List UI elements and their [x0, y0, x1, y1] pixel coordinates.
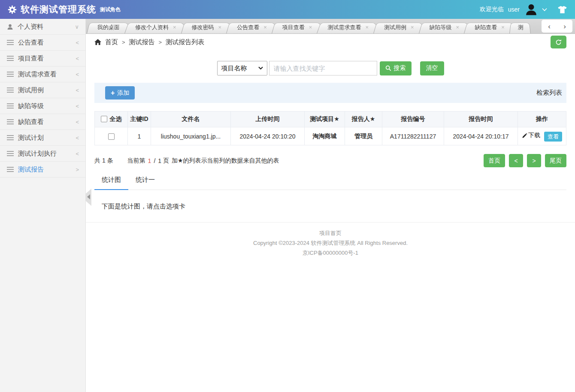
sidebar-item-label: 公告查看 [18, 39, 44, 47]
tab-defect-levels[interactable]: 缺陷等级 × [419, 21, 470, 33]
footer-home-link[interactable]: 项目首页 [86, 228, 575, 238]
row-project: 淘淘商城 [305, 127, 345, 145]
col-header-reporter: 报告人★ [345, 112, 382, 127]
chevron-collapsed-icon: < [76, 55, 79, 62]
breadcrumb: 首页 > 测试报告 > 测试报告列表 [86, 34, 575, 50]
search-category-select[interactable]: 项目名称 [217, 61, 267, 75]
row-actions: 下载 查看 [518, 127, 566, 145]
sidebar-item-test-requirements[interactable]: 测试需求查看 < [0, 66, 85, 82]
tab-projects[interactable]: 项目查看 × [272, 21, 323, 33]
close-icon[interactable]: × [456, 24, 460, 30]
close-icon[interactable]: × [263, 24, 267, 30]
first-page-button[interactable]: 首页 [484, 154, 505, 167]
search-button[interactable]: 搜索 [380, 61, 412, 75]
tab-announcements[interactable]: 公告查看 × [226, 21, 278, 33]
menu-icon [7, 72, 14, 77]
menu-icon [7, 40, 14, 45]
chevron-collapsed-icon: < [76, 119, 79, 125]
row-report-no: A1711282211127 [382, 127, 444, 145]
sidebar-item-defect-view[interactable]: 缺陷查看 < [0, 114, 85, 130]
sidebar-item-projects[interactable]: 项目查看 < [0, 51, 85, 66]
close-icon[interactable]: × [501, 24, 505, 30]
row-checkbox[interactable] [108, 133, 115, 140]
sidebar-item-defect-levels[interactable]: 缺陷等级 < [0, 98, 85, 114]
close-icon[interactable]: × [411, 24, 414, 30]
clear-button[interactable]: 清空 [420, 61, 444, 75]
add-button[interactable]: + 添加 [105, 86, 135, 100]
tab-test-requirements[interactable]: 测试需求查看 × [317, 21, 379, 33]
col-header-upload-time: 上传时间 [231, 112, 305, 127]
sidebar-item-label: 测试计划执行 [18, 150, 57, 158]
stats-tabs: 统计图 统计一 [94, 171, 566, 190]
pagination-buttons: 首页 < > 尾页 [484, 154, 566, 167]
select-all-checkbox[interactable] [101, 116, 107, 122]
download-link[interactable]: 下载 [522, 132, 540, 139]
tab-test-cases[interactable]: 测试用例 × [373, 21, 425, 33]
sidebar-item-test-cases[interactable]: 测试用例 < [0, 82, 85, 98]
tab-scroll-right-icon[interactable]: › [563, 23, 566, 30]
tab-scroll-left-icon[interactable]: ‹ [548, 23, 551, 30]
search-icon [385, 65, 391, 71]
tab-stats-one[interactable]: 统计一 [128, 171, 162, 190]
chevron-expanded-icon: > [76, 166, 79, 173]
sidebar-item-label: 个人资料 [18, 23, 43, 31]
sidebar-item-test-plan-execution[interactable]: 测试计划执行 < [0, 146, 85, 162]
breadcrumb-home[interactable]: 首页 [105, 38, 118, 46]
search-input[interactable] [269, 61, 377, 75]
search-button-label: 搜索 [394, 64, 406, 72]
sidebar-item-test-reports[interactable]: 测试报告 > [0, 162, 85, 178]
tab-label: 项目查看 [282, 24, 305, 31]
clear-button-label: 清空 [426, 64, 438, 72]
view-button[interactable]: 查看 [544, 132, 562, 142]
chevron-down-icon[interactable] [542, 8, 547, 12]
current-page-number: 1 [148, 157, 151, 164]
theme-shirt-icon[interactable] [557, 6, 567, 14]
tab-edit-profile[interactable]: 修改个人资料 × [124, 21, 187, 33]
last-page-button[interactable]: 尾页 [545, 154, 566, 167]
tab-label: 测试需求查看 [327, 24, 361, 31]
sidebar-item-announcements[interactable]: 公告查看 < [0, 35, 85, 51]
page-separator: / [154, 157, 155, 164]
select-all-header: 全选 [95, 112, 128, 127]
tab-partial[interactable]: 测 [509, 21, 531, 33]
footer-icp: 京ICP备00000000号-1 [86, 248, 575, 258]
next-page-button[interactable]: > [527, 154, 541, 167]
close-icon[interactable]: × [309, 24, 312, 30]
app-body: 个人资料 ∨ 公告查看 < 项目查看 < 测试需求查看 < 测试用例 < [0, 19, 575, 392]
breadcrumb-level1[interactable]: 测试报告 [129, 38, 155, 46]
row-upload-time: 2024-04-24 20:10:20 [231, 127, 305, 145]
col-header-id: 主键ID [128, 112, 151, 127]
col-header-project: 测试项目★ [305, 112, 345, 127]
sidebar-item-profile[interactable]: 个人资料 ∨ [0, 19, 85, 35]
avatar-icon[interactable] [525, 3, 538, 16]
tab-strip: 我的桌面 修改个人资料 × 修改密码 × 公告查看 × 项目查看 × [86, 19, 575, 34]
chevron-collapsed-icon: < [76, 151, 79, 157]
sidebar-item-test-plans[interactable]: 测试计划 < [0, 130, 85, 146]
close-icon[interactable]: × [365, 24, 369, 30]
chevron-collapsed-icon: < [76, 103, 79, 109]
pencil-icon [522, 133, 527, 139]
sidebar-item-label: 缺陷等级 [18, 102, 44, 110]
tab-change-password[interactable]: 修改密码 × [181, 21, 233, 33]
selected-option: 项目名称 [221, 64, 247, 72]
prev-page-button[interactable]: < [509, 154, 523, 167]
username[interactable]: user [508, 6, 520, 13]
tab-label: 测试用例 [384, 24, 406, 31]
tab-stats-chart[interactable]: 统计图 [94, 171, 128, 190]
chevron-collapsed-icon: < [76, 71, 79, 78]
top-header: 软件测试管理系统 测试角色 欢迎光临 user [0, 0, 575, 19]
list-toolbar-panel: + 添加 检索列表 [94, 83, 566, 103]
close-icon[interactable]: × [173, 24, 176, 30]
main-area: 我的桌面 修改个人资料 × 修改密码 × 公告查看 × 项目查看 × [86, 19, 575, 392]
sidebar: 个人资料 ∨ 公告查看 < 项目查看 < 测试需求查看 < 测试用例 < [0, 19, 86, 392]
menu-icon [7, 151, 14, 156]
tab-my-desktop[interactable]: 我的桌面 [87, 21, 130, 33]
refresh-button[interactable] [551, 36, 566, 48]
close-icon[interactable]: × [218, 24, 222, 30]
tab-defect-view[interactable]: 缺陷查看 × [464, 21, 515, 33]
menu-icon [7, 119, 14, 124]
add-button-label: 添加 [117, 89, 129, 97]
refresh-icon [555, 39, 562, 45]
stats-hint-text: 下面是统计图，请点击选项卡 [102, 202, 566, 211]
plus-icon: + [111, 90, 115, 96]
